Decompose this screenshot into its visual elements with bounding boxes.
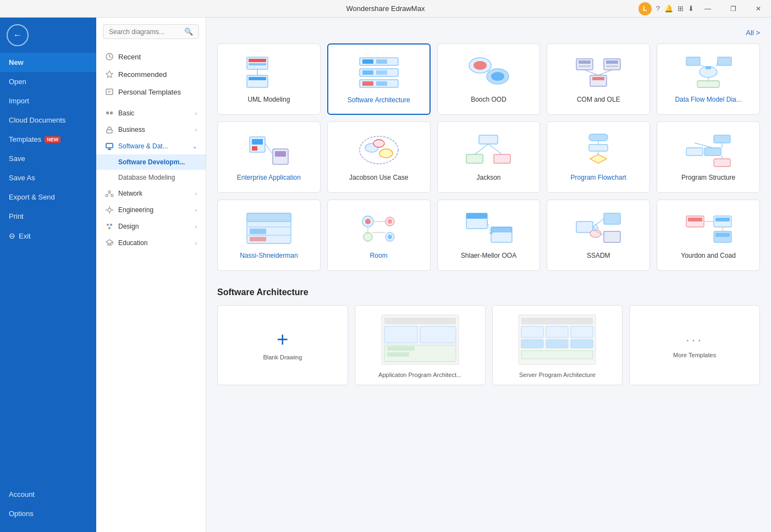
sidebar-item-exit[interactable]: ⊖ Exit	[0, 226, 96, 246]
middle-item-education[interactable]: Education ›	[96, 235, 206, 251]
ssadm-thumb	[571, 209, 626, 247]
svg-point-20	[110, 224, 112, 226]
back-button[interactable]: ←	[7, 24, 29, 46]
diagram-card-ssadm[interactable]: SSADM	[547, 199, 650, 271]
engineering-chevron: ›	[195, 207, 197, 213]
svg-rect-129	[387, 346, 415, 351]
sidebar-item-open[interactable]: Open	[0, 72, 96, 91]
server-prog-label: Server Program Architecture	[519, 372, 596, 378]
yourdon-label: Yourdon and Coad	[681, 252, 736, 259]
sidebar-bottom: Account Options	[0, 485, 96, 532]
yourdon-diagram-icon	[684, 210, 733, 246]
plus-icon: +	[277, 330, 288, 350]
sidebar-item-export[interactable]: Export & Send	[0, 187, 96, 207]
diagram-card-jacobson[interactable]: Jacobson Use Case	[327, 121, 431, 193]
template-card-more[interactable]: ··· More Templates	[629, 305, 760, 385]
template-card-blank[interactable]: + Blank Drawing	[217, 305, 348, 385]
basic-chevron: ›	[195, 110, 197, 117]
template-card-app-prog[interactable]: Applicaton Program Architect...	[355, 305, 486, 385]
svg-rect-83	[714, 159, 730, 167]
diagram-card-program-struct[interactable]: Program Structure	[657, 121, 760, 193]
diagram-card-enterprise[interactable]: Enterprise Application	[217, 121, 321, 193]
all-link[interactable]: All >	[217, 29, 760, 37]
middle-item-engineering[interactable]: Engineering ›	[96, 202, 206, 218]
diagram-card-booch[interactable]: Booch OOD	[437, 43, 541, 115]
program-flow-thumb	[571, 131, 626, 169]
middle-item-basic[interactable]: Basic ›	[96, 105, 206, 121]
sidebar-nav: New Open Import Cloud Documents Template…	[0, 53, 96, 485]
svg-rect-111	[604, 231, 620, 242]
software-icon	[105, 142, 114, 151]
sidebar-item-account[interactable]: Account	[0, 485, 96, 504]
diagram-card-uml[interactable]: UML Modeling	[217, 43, 321, 115]
svg-point-41	[491, 72, 504, 81]
sidebar-item-new[interactable]: New	[0, 53, 96, 72]
svg-rect-75	[589, 134, 608, 141]
svg-rect-44	[579, 65, 591, 67]
blank-label: Blank Drawing	[263, 354, 302, 361]
template-grid: + Blank Drawing Applicaton Program Arch	[217, 305, 760, 385]
middle-item-network[interactable]: Network ›	[96, 185, 206, 202]
svg-rect-80	[714, 135, 730, 143]
sidebar-item-templates[interactable]: Templates NEW	[0, 130, 96, 149]
shlaer-label: Shlaer-Mellor OOA	[461, 252, 516, 259]
svg-rect-52	[686, 57, 700, 65]
uml-diagram-icon	[244, 54, 294, 90]
middle-item-database[interactable]: Database Modeling	[96, 170, 206, 185]
template-card-server-prog[interactable]: Server Program Architecture	[492, 305, 623, 385]
sidebar-item-import[interactable]: Import	[0, 91, 96, 110]
svg-rect-37	[376, 81, 387, 86]
download-icon[interactable]: ⬇	[688, 4, 694, 13]
diagram-card-software-arch[interactable]: Software Architecture	[327, 43, 431, 115]
middle-item-design[interactable]: Design ›	[96, 218, 206, 235]
enterprise-label: Enterprise Application	[237, 174, 301, 181]
search-input[interactable]	[109, 28, 184, 36]
dataflow-diagram-icon	[684, 54, 733, 90]
middle-item-business[interactable]: Business ›	[96, 121, 206, 138]
software-label: Software & Dat...	[118, 142, 168, 150]
sidebar-item-print[interactable]: Print	[0, 207, 96, 226]
diagram-card-com[interactable]: COM and OLE	[547, 43, 650, 115]
all-link-label: All >	[746, 29, 760, 37]
shlaer-thumb	[461, 209, 516, 247]
yourdon-thumb	[681, 209, 736, 247]
question-icon[interactable]: ?	[656, 4, 660, 13]
diagram-card-jackson[interactable]: Jackson	[437, 121, 541, 193]
close-button[interactable]: ✕	[746, 0, 771, 18]
program-structure-icon	[684, 132, 733, 168]
diagram-card-dataflow[interactable]: Data Flow Model Dia...	[657, 43, 760, 115]
restore-button[interactable]: ❐	[720, 0, 746, 18]
diagram-card-room[interactable]: Room	[327, 199, 431, 271]
middle-item-software-dev[interactable]: Software Developm...	[96, 154, 206, 170]
middle-item-recent[interactable]: Recent	[96, 48, 206, 65]
program-flow-label: Program Flowchart	[571, 174, 626, 181]
svg-rect-36	[362, 81, 373, 86]
nassi-diagram-icon	[244, 210, 294, 246]
svg-line-65	[265, 143, 273, 154]
engineering-icon	[105, 206, 114, 214]
svg-line-56	[700, 65, 704, 66]
diagram-card-shlaer[interactable]: Shlaer-Mellor OOA	[437, 199, 541, 271]
middle-item-personal[interactable]: Personal Templates	[96, 83, 206, 101]
sidebar-item-saveas[interactable]: Save As	[0, 168, 96, 187]
sidebar-label-cloud: Cloud Documents	[9, 116, 65, 124]
minimize-button[interactable]: —	[695, 0, 720, 18]
svg-point-97	[364, 232, 372, 241]
middle-item-recommended[interactable]: Recommended	[96, 65, 206, 83]
diagram-card-yourdon[interactable]: Yourdon and Coad	[657, 199, 760, 271]
svg-marker-77	[590, 154, 607, 163]
sidebar-label-import: Import	[9, 97, 29, 105]
diagram-card-nassi[interactable]: Nassi-Shneiderman	[217, 199, 321, 271]
sidebar-item-options[interactable]: Options	[0, 504, 96, 523]
sidebar-item-save[interactable]: Save	[0, 149, 96, 168]
com-diagram-icon	[574, 54, 623, 90]
diagram-card-program-flow[interactable]: Program Flowchart	[547, 121, 650, 193]
middle-item-software[interactable]: Software & Dat... ⌄	[96, 138, 206, 154]
svg-rect-30	[362, 59, 373, 64]
app-title: Wondershare EdrawMax	[346, 4, 425, 13]
svg-rect-59	[706, 66, 711, 69]
sidebar-item-cloud[interactable]: Cloud Documents	[0, 110, 96, 130]
user-avatar[interactable]: L	[638, 2, 652, 15]
bell-icon[interactable]: 🔔	[664, 4, 673, 13]
grid-icon[interactable]: ⊞	[678, 4, 684, 13]
